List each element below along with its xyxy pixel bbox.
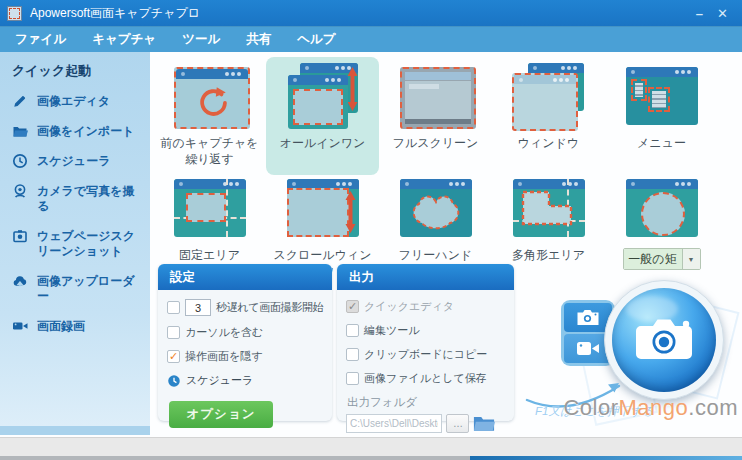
output-panel: 出力 ✓ クイックエディタ 編集ツール クリップボードにコピー 画像ファイルとし…	[337, 264, 514, 421]
copy-clipboard-checkbox[interactable]	[346, 348, 359, 361]
menu-help[interactable]: ヘルプ	[292, 31, 340, 48]
chevron-down-icon[interactable]: ▼	[682, 249, 700, 269]
save-file-label: 画像ファイルとして保存	[364, 371, 487, 386]
delay-seconds-input[interactable]	[185, 299, 211, 316]
menu-file[interactable]: ファイル	[10, 31, 71, 48]
fixed-area-icon	[171, 175, 249, 241]
pencil-icon	[12, 93, 28, 109]
app-icon	[7, 6, 22, 21]
video-camera-icon	[12, 318, 28, 334]
polygon-area-icon	[510, 175, 588, 241]
minimize-button[interactable]: –	[696, 7, 703, 20]
edit-tool-label: 編集ツール	[364, 323, 420, 338]
clock-icon	[167, 374, 181, 388]
sidebar: クイック起動 画像エディタ 画像をインポート スケジューラ カメラで写真を撮る …	[0, 52, 150, 426]
edit-tool-checkbox[interactable]	[346, 324, 359, 337]
quick-editor-checkbox: ✓	[346, 300, 359, 313]
sidebar-item-image-uploader[interactable]: 画像アップローダー	[12, 274, 150, 304]
sidebar-item-scheduler[interactable]: スケジューラ	[12, 154, 150, 169]
delay-option-row: 秒遅れて画面撮影開始	[167, 299, 324, 316]
sidebar-header: クイック起動	[12, 62, 150, 80]
sidebar-item-screen-record[interactable]: 画面録画	[12, 319, 150, 334]
output-panel-title: 出力	[337, 264, 514, 290]
settings-panel: 設定 秒遅れて画面撮影開始 カーソルを含む ✓ 操作画面を隠す スケジューラ オ…	[158, 264, 332, 421]
sidebar-item-image-editor[interactable]: 画像エディタ	[12, 94, 150, 109]
edit-tool-row: 編集ツール	[346, 323, 506, 338]
include-cursor-row: カーソルを含む	[167, 325, 324, 340]
window-title: Apowersoft画面キャプチャプロ	[30, 5, 200, 22]
include-cursor-checkbox[interactable]	[167, 326, 180, 339]
camera-icon	[633, 315, 695, 365]
copy-clipboard-label: クリップボードにコピー	[364, 347, 487, 362]
quick-editor-label: クイックエディタ	[364, 299, 454, 314]
hide-window-row: ✓ 操作画面を隠す	[167, 349, 324, 364]
big-capture-button-face	[612, 288, 716, 392]
sidebar-item-import-image[interactable]: 画像をインポート	[12, 124, 150, 139]
colormango-watermark: ColorMango.com	[563, 395, 738, 421]
webcam-icon	[12, 183, 28, 199]
sidebar-item-webpage-screenshot[interactable]: ウェブページスクリーンショット	[12, 229, 150, 259]
repeat-capture-icon	[171, 63, 249, 129]
folder-icon	[12, 123, 28, 139]
copy-clipboard-row: クリップボードにコピー	[346, 347, 506, 362]
all-in-one-icon	[284, 63, 362, 129]
footer-strip-gray	[0, 456, 470, 460]
delay-checkbox[interactable]	[167, 301, 180, 314]
options-button[interactable]: オプション	[169, 401, 273, 428]
settings-panel-title: 設定	[158, 264, 332, 290]
camera-icon	[576, 309, 600, 326]
scroll-window-icon	[284, 175, 362, 241]
delay-label: 秒遅れて画面撮影開始	[216, 300, 324, 315]
capture-mode-window[interactable]: ウィンドウ	[492, 57, 605, 175]
save-file-row: 画像ファイルとして保存	[346, 371, 506, 386]
menu-capture[interactable]: キャプチャ	[87, 31, 161, 48]
fullscreen-icon	[397, 63, 475, 129]
open-folder-icon[interactable]	[473, 415, 495, 432]
capture-mode-menu[interactable]: メニュー	[605, 57, 718, 175]
close-button[interactable]: ✕	[717, 7, 728, 20]
capture-mode-repeat-last[interactable]: 前のキャプチャを繰り返す	[153, 57, 266, 175]
freehand-icon	[397, 175, 475, 241]
hide-window-checkbox[interactable]: ✓	[167, 350, 180, 363]
sidebar-item-camera-photo[interactable]: カメラで写真を撮る	[12, 184, 150, 214]
menu-tools[interactable]: ツール	[177, 31, 225, 48]
title-bar: Apowersoft画面キャプチャプロ – ✕	[0, 0, 742, 26]
capture-mode-all-in-one[interactable]: オールインワン	[266, 57, 379, 175]
include-cursor-label: カーソルを含む	[185, 325, 263, 340]
cloud-upload-icon	[12, 273, 28, 289]
footer-strip-blue	[470, 456, 742, 460]
menu-bar: ファイル キャプチャ ツール 共有 ヘルプ	[0, 26, 742, 52]
shape-circle-icon	[623, 175, 701, 241]
sidebar-bottom-strip	[0, 426, 150, 435]
capture-mode-fullscreen[interactable]: フルスクリーン	[379, 57, 492, 175]
scheduler-link-label: スケジューラ	[186, 373, 253, 388]
clock-icon	[12, 153, 28, 169]
video-camera-icon	[576, 341, 600, 356]
menu-capture-icon	[623, 63, 701, 129]
shape-dropdown[interactable]: 一般の矩 ▼	[623, 248, 701, 270]
scheduler-link-row[interactable]: スケジューラ	[167, 373, 324, 388]
footer-bar	[0, 437, 742, 460]
quick-editor-row: ✓ クイックエディタ	[346, 299, 506, 314]
capture-mode-shape[interactable]: 一般の矩 ▼	[605, 169, 718, 287]
webpage-screenshot-icon	[12, 228, 28, 244]
menu-share[interactable]: 共有	[241, 31, 276, 48]
hide-window-label: 操作画面を隠す	[185, 349, 263, 364]
output-folder-input[interactable]	[346, 414, 442, 433]
window-icon	[510, 63, 588, 129]
browse-button[interactable]: …	[446, 414, 469, 433]
save-file-checkbox[interactable]	[346, 372, 359, 385]
shape-dropdown-value: 一般の矩	[624, 249, 682, 269]
output-folder-label: 出力フォルダ	[347, 395, 506, 410]
